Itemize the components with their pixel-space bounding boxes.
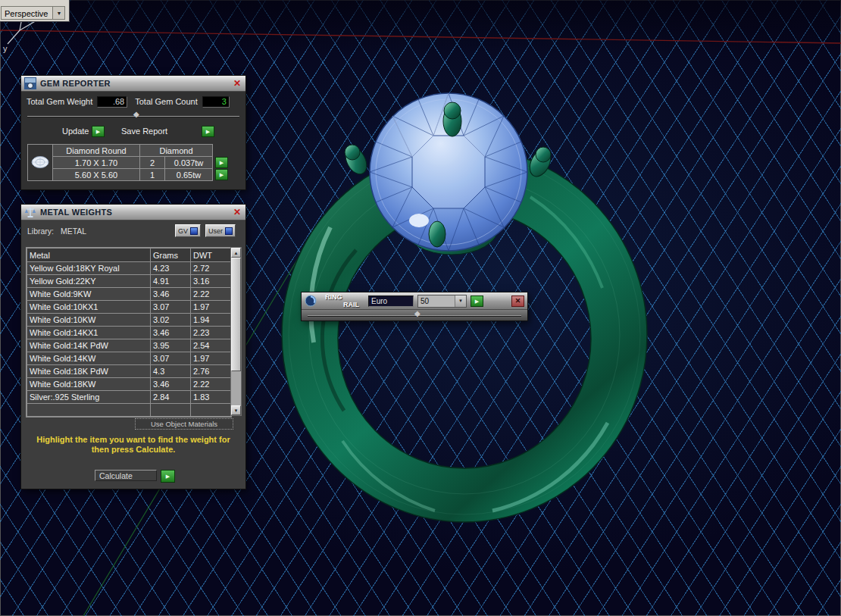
close-icon[interactable]: ✕ (232, 208, 242, 217)
gem-size: 5.60 X 5.60 (53, 169, 140, 181)
metal-row[interactable]: White Gold:14K PdW3.952.54 (27, 339, 233, 352)
scroll-up-button[interactable]: ▲ (231, 248, 241, 258)
metal-weights-table: Metal Grams DWT Yellow Gold:18KY Royal4.… (27, 248, 232, 417)
save-report-button[interactable]: Save Report (121, 127, 167, 136)
calculate-row: Calculate ▶ (21, 470, 245, 482)
metal-row[interactable]: White Gold:18KW3.462.22 (27, 378, 233, 391)
metal-row[interactable]: Yellow Gold:22KY4.913.16 (27, 275, 233, 288)
metal-weights-titlebar[interactable]: METAL WEIGHTS ✕ (21, 205, 245, 220)
gem-size: 1.70 X 1.70 (53, 157, 140, 169)
chevron-down-icon[interactable]: ▼ (455, 295, 466, 307)
viewport-tab-label[interactable]: Perspective (1, 6, 52, 20)
metal-row[interactable]: Yellow Gold:18KY Royal4.232.72 (27, 262, 233, 275)
title-word-ring: RING (325, 293, 342, 301)
user-indicator-icon (225, 227, 233, 235)
metal-table-header-row: Metal Grams DWT (27, 249, 233, 262)
instruction-text: Highlight the item you want to find the … (21, 435, 245, 455)
play-icon: ▶ (220, 160, 224, 165)
gv-button[interactable]: GV (175, 224, 201, 237)
scroll-down-button[interactable]: ▼ (231, 405, 241, 415)
metal-weights-panel: METAL WEIGHTS ✕ Library: METAL GV User M… (21, 205, 245, 489)
library-row: Library: METAL (27, 227, 86, 236)
metal-row[interactable]: White Gold:14KX13.462.23 (27, 327, 233, 339)
update-go-button[interactable]: ▶ (92, 126, 105, 137)
metal-row[interactable]: White Gold:14KW3.071.97 (27, 352, 233, 365)
total-gem-weight-value[interactable]: .68 (97, 96, 127, 108)
panel-title: RING RAIL (320, 292, 364, 309)
total-gem-count-label: Total Gem Count (135, 97, 198, 106)
close-glyph: ✕ (515, 297, 521, 305)
total-gem-count-value: 3 (202, 96, 230, 108)
slider-thumb-icon[interactable]: ◆ (414, 310, 420, 317)
library-value: METAL (61, 227, 86, 236)
ring-rail-slider[interactable]: ◆ (308, 312, 521, 319)
chevron-down-icon: ▼ (57, 11, 62, 16)
gem-col-header-shape: Diamond Round (53, 145, 140, 157)
library-label: Library: (27, 227, 54, 236)
gem-reporter-slider[interactable]: ◆ (27, 113, 239, 120)
gem-row[interactable]: 1.70 X 1.70 2 0.037tw ▶ (28, 157, 231, 169)
dropdown-arrow-glyph: ▼ (458, 299, 463, 303)
size-value: 50 (418, 295, 455, 307)
calculate-button[interactable]: Calculate (95, 470, 157, 481)
total-gem-weight-label: Total Gem Weight (27, 97, 92, 106)
metal-row[interactable]: White Gold:10KW3.021.94 (27, 314, 233, 327)
scroll-down-icon: ▼ (234, 408, 239, 413)
viewport-tab[interactable]: Perspective ▼ (1, 6, 65, 20)
panel-title: METAL WEIGHTS (40, 208, 112, 217)
metal-row[interactable]: White Gold:18K PdW4.32.76 (27, 365, 233, 378)
close-icon[interactable]: ✕ (511, 295, 524, 307)
ring-rail-titlebar[interactable]: RING RAIL Euro 50 ▼ ▶ ✕ (302, 292, 527, 310)
play-icon: ▶ (166, 474, 170, 479)
size-dropdown[interactable]: 50 ▼ (417, 295, 467, 308)
panel-title: GEM REPORTER (40, 79, 111, 88)
metal-row[interactable]: White Gold:9KW3.462.22 (27, 288, 233, 301)
ring-rail-go-button[interactable]: ▶ (471, 295, 483, 307)
ring-rail-slider-strip: ◆ (302, 310, 527, 321)
metal-table-scrollbar[interactable]: ▲ ▼ (230, 247, 242, 416)
gem-table: Diamond Round Diamond 1.70 X 1.70 2 0.03… (27, 144, 231, 181)
cplane-x-axis-line (0, 30, 841, 43)
play-icon: ▶ (96, 129, 100, 134)
col-metal: Metal (27, 249, 151, 262)
gem-col-header-type: Diamond (140, 145, 213, 157)
update-button[interactable]: Update (62, 127, 89, 136)
y-axis-label: y (3, 44, 8, 53)
gem-row[interactable]: 5.60 X 5.60 1 0.65tw ▶ (28, 169, 231, 181)
gem-weight: 0.65tw (165, 169, 213, 181)
gem-reporter-icon (24, 77, 36, 89)
metal-row[interactable]: White Gold:10KX13.071.97 (27, 301, 233, 314)
gem-reporter-titlebar[interactable]: GEM REPORTER ✕ (21, 76, 245, 92)
gem-table-header-row: Diamond Round Diamond (28, 145, 231, 157)
slider-thumb-icon[interactable]: ◆ (133, 111, 139, 118)
metal-table-container: Metal Grams DWT Yellow Gold:18KY Royal4.… (26, 247, 232, 417)
ring-rail-panel: RING RAIL Euro 50 ▼ ▶ ✕ ◆ (302, 292, 527, 321)
viewport-tab-dropdown[interactable]: ▼ (52, 6, 65, 20)
play-icon: ▶ (206, 129, 210, 134)
metal-row[interactable]: Silver:.925 Sterling2.841.83 (27, 391, 233, 404)
gem-count: 2 (140, 157, 165, 169)
user-button[interactable]: User (205, 224, 236, 237)
scrollbar-thumb[interactable] (231, 258, 241, 371)
spacer (213, 145, 231, 157)
gem-row-go-button[interactable]: ▶ (215, 169, 228, 180)
ring-rail-icon (305, 295, 317, 307)
title-word-rail: RAIL (343, 301, 359, 308)
gem-totals-row: Total Gem Weight .68 Total Gem Count 3 (21, 95, 245, 108)
profile-input[interactable]: Euro (368, 295, 414, 307)
col-dwt: DWT (191, 249, 233, 262)
metal-row-clipped[interactable] (27, 404, 233, 417)
user-button-label: User (208, 227, 223, 235)
gem-weight: 0.037tw (165, 157, 213, 169)
scroll-up-icon: ▲ (234, 251, 239, 255)
close-icon[interactable]: ✕ (232, 79, 242, 88)
gv-indicator-icon (190, 227, 198, 235)
gem-count: 1 (140, 169, 165, 181)
gv-button-label: GV (178, 227, 188, 235)
save-report-go-button[interactable]: ▶ (202, 126, 214, 137)
gem-row-go-button[interactable]: ▶ (215, 157, 228, 168)
calculate-go-button[interactable]: ▶ (161, 470, 175, 483)
gem-reporter-panel: GEM REPORTER ✕ Total Gem Weight .68 Tota… (21, 76, 245, 189)
use-object-materials-button[interactable]: Use Object Materials (135, 418, 233, 430)
gem-reporter-buttons: Update ▶ Save Report ▶ (21, 126, 245, 137)
